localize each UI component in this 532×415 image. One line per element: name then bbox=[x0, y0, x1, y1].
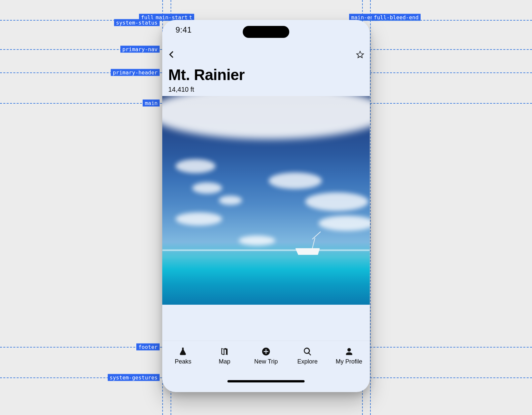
home-indicator[interactable] bbox=[227, 380, 305, 382]
tab-explore[interactable]: Explore bbox=[287, 341, 328, 371]
hero-image bbox=[162, 96, 370, 305]
tab-new-trip[interactable]: New Trip bbox=[245, 341, 287, 371]
primary-header: Mt. Rainier 14,410 ft bbox=[162, 62, 370, 96]
chevron-left-icon bbox=[167, 50, 177, 59]
tab-peaks[interactable]: Peaks bbox=[162, 341, 204, 371]
map-icon bbox=[220, 347, 229, 356]
search-icon bbox=[303, 347, 312, 356]
plus-circle-icon bbox=[261, 347, 271, 356]
guide-label-system-status: system-status bbox=[114, 19, 160, 26]
tab-bar: Peaks Map New Trip Explore My Profile bbox=[162, 341, 370, 371]
flask-icon bbox=[178, 347, 188, 356]
status-time: 9:41 bbox=[176, 25, 192, 35]
person-icon bbox=[344, 347, 354, 356]
guide-label-system-gestures: system-gestures bbox=[108, 374, 160, 381]
tab-label: Explore bbox=[297, 358, 318, 365]
back-button[interactable] bbox=[167, 50, 177, 59]
guide-label-footer: footer bbox=[136, 344, 160, 351]
tab-label: Map bbox=[219, 358, 230, 365]
guide-label-full-bleed-end: full-bleed-end bbox=[372, 14, 421, 21]
favorite-button[interactable] bbox=[355, 50, 365, 59]
content-spacer bbox=[162, 305, 370, 341]
boat-graphic bbox=[295, 240, 324, 255]
tab-label: My Profile bbox=[336, 358, 362, 365]
tab-my-profile[interactable]: My Profile bbox=[328, 341, 370, 371]
guide-full-bleed-end bbox=[370, 0, 371, 415]
phone-frame: 9:41 Mt. Rainier 14,410 ft bbox=[162, 20, 370, 392]
page-subtitle: 14,410 ft bbox=[168, 86, 364, 93]
primary-nav bbox=[162, 40, 370, 62]
tab-label: Peaks bbox=[175, 358, 191, 365]
star-outline-icon bbox=[355, 50, 365, 59]
guide-label-primary-header: primary-header bbox=[111, 69, 160, 76]
status-bar: 9:41 bbox=[162, 20, 370, 40]
page-title: Mt. Rainier bbox=[168, 66, 364, 84]
tab-map[interactable]: Map bbox=[204, 341, 245, 371]
tab-label: New Trip bbox=[254, 358, 278, 365]
guide-label-primary-nav: primary-nav bbox=[120, 46, 160, 53]
dynamic-island bbox=[243, 26, 289, 38]
guide-label-main: main bbox=[143, 100, 160, 107]
system-gesture-area bbox=[162, 371, 370, 388]
